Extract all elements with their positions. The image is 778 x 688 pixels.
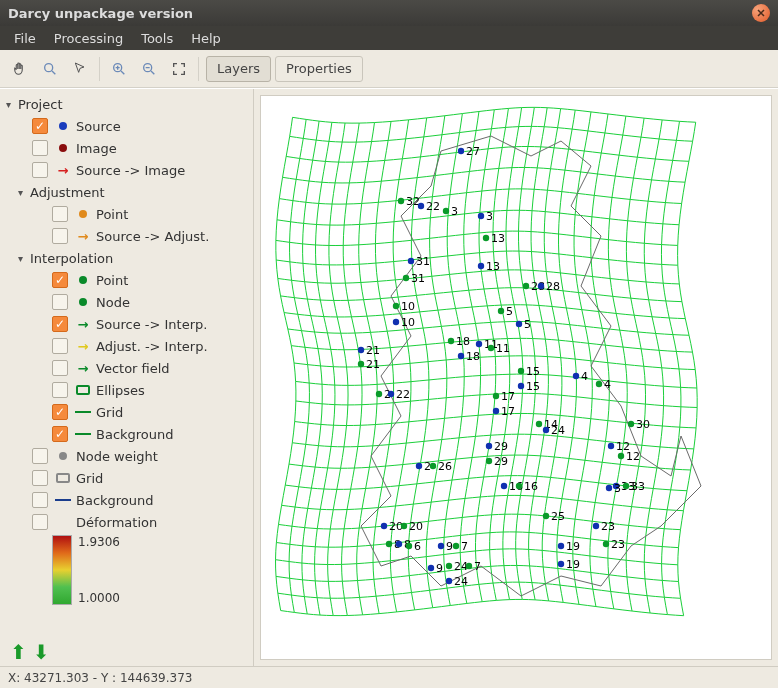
svg-text:31: 31 (411, 272, 425, 285)
item-adj-point[interactable]: Point (96, 207, 128, 222)
line-icon (75, 411, 91, 413)
svg-text:3: 3 (486, 210, 493, 223)
item-source[interactable]: Source (76, 119, 121, 134)
svg-text:22: 22 (426, 200, 440, 213)
tree-interpolation[interactable]: Interpolation (30, 251, 113, 266)
chk-adj-int[interactable] (52, 338, 68, 354)
zoom-tool[interactable] (36, 55, 64, 83)
move-up-button[interactable]: ⬆ (10, 640, 27, 664)
item-grid[interactable]: Grid (76, 471, 103, 486)
svg-point-62 (536, 421, 542, 427)
pan-tool[interactable] (6, 55, 34, 83)
chk-ellipses[interactable] (52, 382, 68, 398)
item-src-int[interactable]: Source -> Interp. (96, 317, 207, 332)
move-down-button[interactable]: ⬇ (33, 640, 50, 664)
svg-point-0 (45, 63, 53, 71)
svg-text:11: 11 (496, 342, 510, 355)
menu-help[interactable]: Help (183, 28, 229, 49)
svg-text:6: 6 (414, 540, 421, 553)
chk-image[interactable] (32, 140, 48, 156)
item-int-node[interactable]: Node (96, 295, 130, 310)
svg-point-106 (453, 543, 459, 549)
line-icon (75, 433, 91, 435)
expand-icon (171, 61, 187, 77)
svg-text:3: 3 (614, 482, 621, 495)
svg-point-14 (483, 235, 489, 241)
svg-text:24: 24 (454, 575, 468, 588)
item-bg-int[interactable]: Background (96, 427, 174, 442)
item-deformation[interactable]: Déformation (76, 515, 157, 530)
svg-text:10: 10 (401, 300, 415, 313)
layer-tree[interactable]: ▾Project Source Image →Source -> Image ▾… (0, 89, 253, 638)
svg-point-4 (458, 148, 464, 154)
pointer-tool[interactable] (66, 55, 94, 83)
svg-text:23: 23 (601, 520, 615, 533)
svg-point-48 (573, 373, 579, 379)
svg-text:28: 28 (546, 280, 560, 293)
chk-adj-point[interactable] (52, 206, 68, 222)
svg-text:9: 9 (446, 540, 453, 553)
svg-point-12 (478, 213, 484, 219)
svg-point-64 (543, 427, 549, 433)
chk-src-int[interactable] (52, 316, 68, 332)
svg-point-46 (518, 368, 524, 374)
svg-point-28 (393, 319, 399, 325)
chk-src-img[interactable] (32, 162, 48, 178)
fit-view-tool[interactable] (165, 55, 193, 83)
svg-point-100 (396, 541, 402, 547)
line-icon (55, 499, 71, 501)
tree-adjustment[interactable]: Adjustment (30, 185, 105, 200)
chk-vector[interactable] (52, 360, 68, 376)
svg-text:18: 18 (456, 335, 470, 348)
svg-text:17: 17 (501, 405, 515, 418)
item-image[interactable]: Image (76, 141, 117, 156)
svg-point-60 (493, 408, 499, 414)
box-icon (76, 385, 90, 395)
close-button[interactable] (752, 4, 770, 22)
chk-source[interactable] (32, 118, 48, 134)
item-vector[interactable]: Vector field (96, 361, 170, 376)
item-background[interactable]: Background (76, 493, 154, 508)
item-src-adj[interactable]: Source -> Adjust. (96, 229, 209, 244)
chk-int-node[interactable] (52, 294, 68, 310)
svg-text:3: 3 (451, 205, 458, 218)
zoom-out-tool[interactable] (135, 55, 163, 83)
svg-point-116 (446, 578, 452, 584)
chevron-down-icon[interactable]: ▾ (18, 253, 30, 264)
chk-int-point[interactable] (52, 272, 68, 288)
svg-text:15: 15 (526, 365, 540, 378)
item-ellipses[interactable]: Ellipses (96, 383, 145, 398)
zoom-in-icon (111, 61, 127, 77)
tab-properties[interactable]: Properties (275, 56, 363, 82)
item-src-img[interactable]: Source -> Image (76, 163, 185, 178)
menu-processing[interactable]: Processing (46, 28, 131, 49)
svg-point-38 (488, 345, 494, 351)
chevron-down-icon[interactable]: ▾ (18, 187, 30, 198)
chk-src-adj[interactable] (52, 228, 68, 244)
zoom-out-icon (141, 61, 157, 77)
svg-point-70 (486, 458, 492, 464)
chevron-down-icon[interactable]: ▾ (6, 99, 18, 110)
item-adj-int[interactable]: Adjust. -> Interp. (96, 339, 208, 354)
arrow-icon: → (78, 317, 89, 332)
tree-project[interactable]: Project (18, 97, 62, 112)
item-grid-int[interactable]: Grid (96, 405, 123, 420)
item-int-point[interactable]: Point (96, 273, 128, 288)
chk-bg-int[interactable] (52, 426, 68, 442)
chk-deformation[interactable] (32, 514, 48, 530)
chk-grid-int[interactable] (52, 404, 68, 420)
svg-rect-3 (261, 96, 772, 660)
chk-grid[interactable] (32, 470, 48, 486)
zoom-in-tool[interactable] (105, 55, 133, 83)
menu-file[interactable]: File (6, 28, 44, 49)
item-nodeweight[interactable]: Node weight (76, 449, 158, 464)
svg-point-58 (493, 393, 499, 399)
svg-point-74 (618, 453, 624, 459)
menu-tools[interactable]: Tools (133, 28, 181, 49)
svg-point-108 (558, 543, 564, 549)
chk-nodeweight[interactable] (32, 448, 48, 464)
svg-point-120 (558, 561, 564, 567)
chk-background[interactable] (32, 492, 48, 508)
tab-layers[interactable]: Layers (206, 56, 271, 82)
map-canvas[interactable]: 2732223313313113282810105518111121211815… (260, 95, 772, 660)
